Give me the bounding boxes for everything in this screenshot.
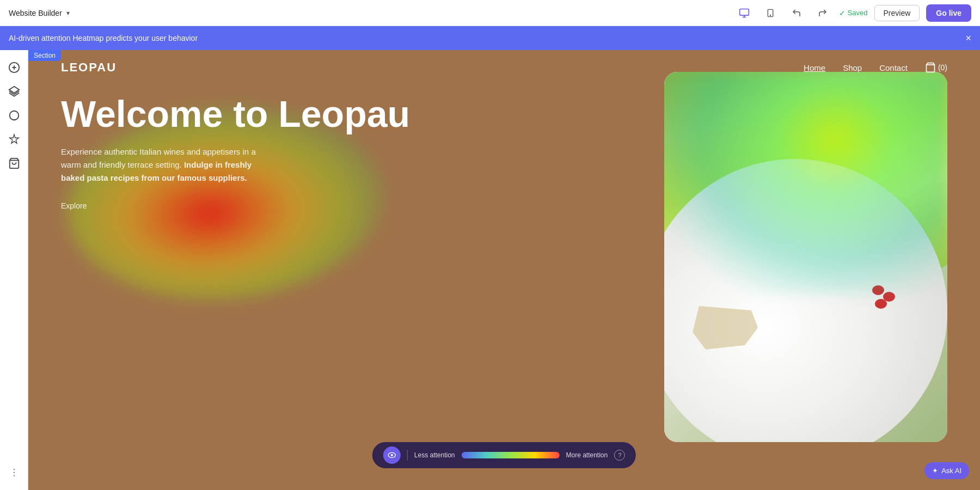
sidebar-store-button[interactable] <box>3 152 25 174</box>
food-image <box>664 72 947 442</box>
nav-link-shop[interactable]: Shop <box>843 63 862 72</box>
hero-cta[interactable]: Explore <box>61 201 87 210</box>
legend-gradient <box>462 452 560 458</box>
ask-ai-label: Ask AI <box>941 467 961 475</box>
main-layout: Section LEOPAU Home Shop Contact (0) <box>0 50 980 490</box>
toolbar-left: Website Builder ▾ <box>9 9 70 17</box>
sidebar-more-button[interactable] <box>3 462 25 483</box>
svg-point-13 <box>13 475 15 477</box>
undo-button[interactable] <box>787 3 806 23</box>
legend-more-label: More attention <box>566 451 608 459</box>
saved-label: Saved <box>848 9 868 17</box>
sidebar-add-button[interactable] <box>3 57 25 78</box>
svg-point-11 <box>13 469 15 470</box>
legend-less-label: Less attention <box>414 451 455 459</box>
canvas-area: Section LEOPAU Home Shop Contact (0) <box>28 50 980 490</box>
legend-eye-button[interactable] <box>383 446 401 464</box>
left-sidebar <box>0 50 28 490</box>
toolbar: Website Builder ▾ ✓ Saved Previe <box>0 0 980 26</box>
cart-icon[interactable]: (0) <box>925 62 947 73</box>
website-preview: Section LEOPAU Home Shop Contact (0) <box>28 50 980 490</box>
nav-link-home[interactable]: Home <box>804 63 825 72</box>
desktop-view-button[interactable] <box>734 3 754 23</box>
legend-info-button[interactable]: ? <box>614 450 625 461</box>
banner-close-button[interactable]: × <box>965 33 971 44</box>
saved-indicator: ✓ Saved <box>839 9 868 17</box>
svg-point-4 <box>770 15 770 15</box>
banner-text: AI-driven attention Heatmap predicts you… <box>9 34 198 42</box>
hero-description: Experience authentic Italian wines and a… <box>61 145 268 185</box>
golive-button[interactable]: Go live <box>926 4 971 22</box>
ai-heatmap-banner: AI-driven attention Heatmap predicts you… <box>0 26 980 50</box>
ask-ai-button[interactable]: ✦ Ask AI <box>924 462 969 479</box>
toolbar-dropdown-icon[interactable]: ▾ <box>66 9 70 17</box>
svg-rect-0 <box>739 9 749 15</box>
site-navigation: LEOPAU Home Shop Contact (0) <box>28 50 980 85</box>
nav-links: Home Shop Contact (0) <box>804 62 947 73</box>
preview-button[interactable]: Preview <box>874 5 920 21</box>
mobile-view-button[interactable] <box>761 3 780 23</box>
legend-bar: Less attention More attention ? <box>372 442 636 468</box>
saved-check-icon: ✓ <box>839 9 846 17</box>
toolbar-title: Website Builder <box>9 9 62 17</box>
hero-content: Welcome to Leopau Experience authentic I… <box>61 94 431 211</box>
sidebar-shapes-button[interactable] <box>3 105 25 126</box>
svg-point-16 <box>391 454 393 456</box>
section-label[interactable]: Section <box>28 50 61 61</box>
site-logo: LEOPAU <box>61 60 117 75</box>
cart-count: (0) <box>938 63 947 72</box>
ask-ai-icon: ✦ <box>932 467 938 475</box>
svg-point-9 <box>9 111 19 120</box>
redo-button[interactable] <box>813 3 832 23</box>
legend-divider <box>407 450 408 461</box>
sidebar-ai-button[interactable] <box>3 128 25 150</box>
toolbar-right: ✓ Saved Preview Go live <box>734 3 971 23</box>
hero-title: Welcome to Leopau <box>61 94 431 134</box>
nav-link-contact[interactable]: Contact <box>879 63 908 72</box>
svg-point-12 <box>13 472 15 474</box>
sidebar-layers-button[interactable] <box>3 81 25 102</box>
